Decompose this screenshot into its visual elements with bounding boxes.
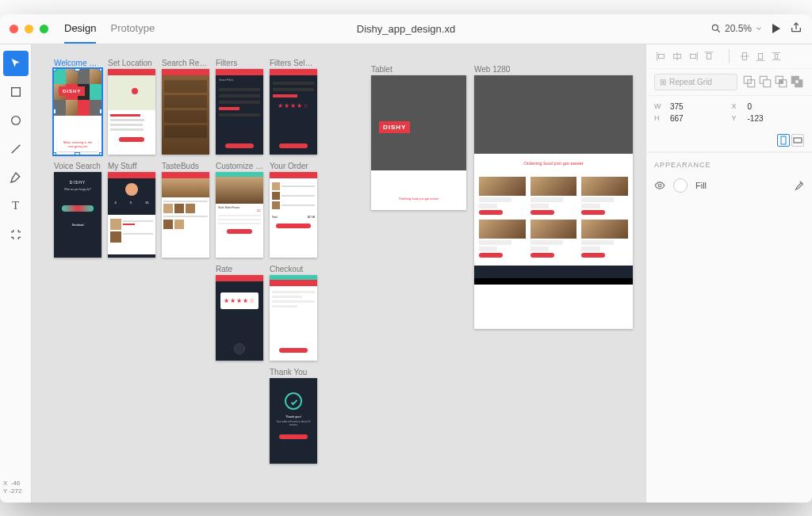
boolean-intersect-icon[interactable] <box>774 75 788 89</box>
zoom-control[interactable]: 20.5% <box>710 23 763 34</box>
artboard-checkout[interactable] <box>270 275 317 361</box>
transform-props: W375 X0 H667 Y-123 <box>646 96 812 129</box>
svg-rect-12 <box>707 53 710 59</box>
app-window: Design Prototype Dishy_app_design.xd 20.… <box>0 14 812 503</box>
boolean-subtract-icon[interactable] <box>758 75 772 89</box>
artboard-tastebuds[interactable] <box>162 172 209 258</box>
svg-rect-2 <box>11 87 20 96</box>
document-title: Dishy_app_design.xd <box>357 23 455 35</box>
svg-rect-29 <box>795 80 799 84</box>
artboard-label[interactable]: Rate <box>216 265 263 273</box>
artboard-label[interactable]: TasteBuds <box>162 162 209 170</box>
artboard-label[interactable]: Filters Selec… <box>270 59 317 67</box>
svg-rect-10 <box>691 54 696 58</box>
artboard-label[interactable]: Set Location <box>108 59 155 67</box>
x-value[interactable]: 0 <box>748 102 805 111</box>
canvas[interactable]: Welcome S… DISHY Make ordering in the ne… <box>32 44 645 503</box>
left-toolbar: T X -46 Y -272 <box>0 44 32 503</box>
artboard-label[interactable]: Voice Search <box>54 162 102 170</box>
canvas-coords: X -46 Y -272 <box>0 473 31 503</box>
svg-line-1 <box>718 30 720 32</box>
artboard-tablet[interactable]: DISHY Ordering food just got easier <box>371 75 466 210</box>
repeat-grid-button[interactable]: ⊞Repeat Grid <box>654 74 737 90</box>
rectangle-tool[interactable] <box>3 79 29 105</box>
artboard-thank-you[interactable]: Thank you! Your order will arrive in abo… <box>270 378 317 464</box>
line-tool[interactable] <box>3 136 29 162</box>
visibility-icon[interactable] <box>654 180 665 191</box>
artboard-customize[interactable]: Garlic Butter Prawns$12 <box>216 172 263 258</box>
align-bottom-icon[interactable] <box>753 49 768 63</box>
align-right-icon[interactable] <box>686 49 700 63</box>
artboard-label[interactable]: Thank You <box>270 368 317 376</box>
ellipse-tool[interactable] <box>3 108 29 133</box>
pen-tool[interactable] <box>3 165 29 190</box>
artboard-label[interactable]: Tablet <box>371 65 466 74</box>
artboard-label[interactable]: Welcome S… <box>54 59 102 67</box>
fill-swatch[interactable] <box>673 178 688 193</box>
y-value[interactable]: -123 <box>748 114 805 123</box>
svg-point-32 <box>658 184 661 187</box>
height-value[interactable]: 667 <box>670 114 727 123</box>
search-icon <box>710 23 722 34</box>
welcome-card: Make ordering in the new going out <box>57 137 98 151</box>
fill-label: Fill <box>695 181 707 190</box>
align-center-h-icon[interactable] <box>670 49 684 63</box>
maximize-icon[interactable] <box>40 25 48 33</box>
svg-rect-30 <box>781 136 786 144</box>
artboard-your-order[interactable]: Total$97.98 <box>270 172 317 258</box>
window-controls <box>10 25 48 33</box>
artboard-web-1280[interactable]: Ordering food just got easier <box>474 75 633 329</box>
mode-tabs: Design Prototype <box>64 14 155 44</box>
artboard-label[interactable]: Web 1280 <box>474 65 633 74</box>
share-icon[interactable] <box>790 21 802 36</box>
text-tool[interactable]: T <box>3 193 29 219</box>
artboard-label[interactable]: Your Order <box>270 162 317 170</box>
artboard-rate[interactable]: ★★★★☆ <box>216 275 263 361</box>
align-controls <box>654 49 721 63</box>
artboard-tool[interactable] <box>3 222 29 247</box>
appearance-section: APPEARANCE <box>646 152 812 174</box>
artboard-label[interactable]: Search Res… <box>162 59 209 67</box>
svg-point-0 <box>712 25 718 30</box>
artboard-welcome[interactable]: DISHY Make ordering in the new going out <box>54 69 102 155</box>
orientation-landscape-icon[interactable] <box>791 134 804 147</box>
artboard-filters-selected[interactable]: ★★★★☆ <box>270 69 317 155</box>
properties-panel: ⊞Repeat Grid W375 X0 H667 Y-123 <box>645 44 812 503</box>
svg-rect-16 <box>758 53 762 59</box>
artboard-set-location[interactable] <box>108 69 155 155</box>
svg-rect-19 <box>775 54 778 58</box>
width-value[interactable]: 375 <box>670 102 727 111</box>
svg-line-4 <box>11 144 20 153</box>
boolean-exclude-icon[interactable] <box>790 75 804 89</box>
eyedropper-icon[interactable] <box>793 180 804 191</box>
zoom-value: 20.5% <box>725 23 752 34</box>
distribute-h-icon[interactable] <box>769 49 783 63</box>
tab-design[interactable]: Design <box>64 14 96 44</box>
titlebar: Design Prototype Dishy_app_design.xd 20.… <box>0 14 812 44</box>
svg-rect-26 <box>779 80 783 84</box>
align-left-icon[interactable] <box>654 49 668 63</box>
brand-logo: DISHY <box>59 86 85 96</box>
close-icon[interactable] <box>10 25 18 33</box>
brand-logo: DISHY <box>379 121 410 133</box>
artboard-label[interactable]: My Stuff <box>108 162 155 170</box>
play-icon[interactable] <box>772 24 780 33</box>
svg-rect-23 <box>764 80 771 87</box>
artboard-label[interactable]: Checkout <box>270 265 317 273</box>
artboard-search-results[interactable] <box>162 69 209 155</box>
svg-point-3 <box>11 116 20 124</box>
boolean-add-icon[interactable] <box>742 75 756 89</box>
orientation-portrait-icon[interactable] <box>777 134 790 147</box>
artboard-my-stuff[interactable]: 4915 <box>108 172 155 258</box>
chevron-down-icon[interactable] <box>755 25 763 32</box>
align-middle-icon[interactable] <box>737 49 752 63</box>
svg-rect-6 <box>659 54 665 58</box>
artboard-label[interactable]: Customize … <box>216 162 263 170</box>
tab-prototype[interactable]: Prototype <box>110 14 155 44</box>
artboard-label[interactable]: Filters <box>216 59 263 67</box>
align-top-icon[interactable] <box>702 49 716 63</box>
minimize-icon[interactable] <box>25 25 33 33</box>
select-tool[interactable] <box>3 51 29 76</box>
artboard-filters[interactable]: Search Filters <box>216 69 263 155</box>
artboard-voice-search[interactable]: DISHY What are you hungry for? Seafood <box>54 172 102 258</box>
